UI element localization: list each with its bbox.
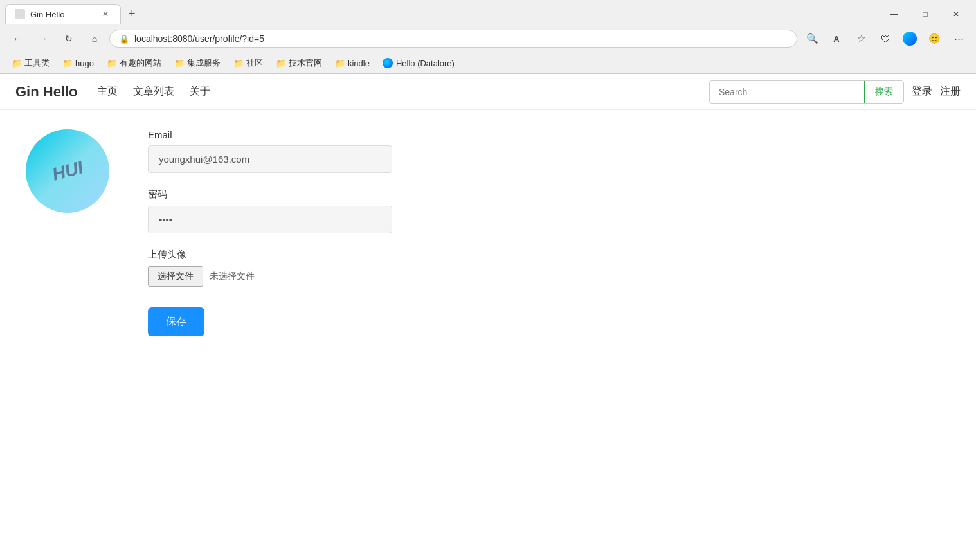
bookmark-label: 工具类 (24, 57, 50, 69)
bookmark-label: 有趣的网站 (120, 57, 161, 69)
upload-label: 上传头像 (148, 249, 469, 261)
bookmark-label: kindle (348, 59, 370, 68)
home-button[interactable]: ⌂ (84, 28, 105, 50)
bookmark-datalore[interactable]: Hello (Datalore) (377, 56, 460, 70)
profile-content: HUI Email 密码 上传头像 选择文件 未选择文件 保存 (0, 110, 976, 356)
lock-icon: 🔒 (119, 34, 129, 44)
profile-button[interactable] (899, 28, 921, 50)
email-group: Email (148, 129, 469, 173)
nav-home[interactable]: 主页 (97, 85, 118, 98)
search-input[interactable] (710, 82, 864, 102)
bookmark-folder-icon: 📁 (233, 59, 244, 68)
file-input-wrapper: 选择文件 未选择文件 (148, 266, 469, 287)
emoji-button[interactable]: 🙂 (923, 28, 945, 50)
search-box: 搜索 (709, 80, 904, 104)
bookmark-label: 社区 (246, 57, 263, 69)
search-button[interactable]: 搜索 (864, 81, 903, 103)
email-label: Email (148, 129, 469, 140)
password-input[interactable] (148, 206, 392, 233)
url-text: localhost:8080/user/profile/?id=5 (134, 33, 788, 44)
bookmark-label: 技术官网 (289, 57, 322, 69)
save-button[interactable]: 保存 (148, 307, 204, 336)
register-link[interactable]: 注册 (940, 85, 961, 98)
forward-button[interactable]: → (32, 28, 54, 50)
bookmarks-bar: 📁 工具类 📁 hugo 📁 有趣的网站 📁 集成服务 📁 社区 📁 技术官网 … (0, 53, 976, 73)
profile-form: Email 密码 上传头像 选择文件 未选择文件 保存 (148, 129, 469, 336)
window-controls: — □ ✕ (880, 5, 971, 24)
bookmark-label: 集成服务 (187, 57, 221, 69)
back-button[interactable]: ← (6, 28, 28, 50)
nav-articles[interactable]: 文章列表 (133, 85, 174, 98)
site-title: Gin Hello (15, 84, 78, 100)
bookmark-folder-icon: 📁 (276, 59, 286, 68)
bookmark-tech-official[interactable]: 📁 技术官网 (271, 55, 327, 71)
refresh-button[interactable]: ↻ (58, 28, 80, 50)
bookmark-integration[interactable]: 📁 集成服务 (169, 55, 226, 71)
main-nav: 主页 文章列表 关于 (97, 85, 210, 98)
browser-tab[interactable]: Gin Hello ✕ (5, 4, 121, 24)
datalore-icon (383, 58, 393, 68)
favorite-button[interactable]: ☆ (850, 28, 872, 50)
translate-button[interactable]: A (826, 28, 847, 50)
shield-button[interactable]: 🛡 (874, 28, 896, 50)
bookmark-kindle[interactable]: 📁 kindle (330, 57, 375, 70)
toolbar-icons: 🔍 A ☆ 🛡 🙂 ⋯ (801, 28, 970, 50)
bookmark-label: Hello (Datalore) (396, 59, 455, 68)
no-file-text: 未选择文件 (210, 271, 255, 282)
email-input[interactable] (148, 145, 392, 173)
avatar-text: HUI (50, 157, 86, 185)
navigation-bar: ← → ↻ ⌂ 🔒 localhost:8080/user/profile/?i… (0, 24, 976, 53)
choose-file-button[interactable]: 选择文件 (148, 266, 203, 287)
password-label: 密码 (148, 188, 469, 201)
bookmark-folder-icon: 📁 (12, 59, 22, 68)
tab-close-button[interactable]: ✕ (100, 8, 111, 20)
close-button[interactable]: ✕ (941, 5, 971, 24)
bookmark-folder-icon: 📁 (62, 59, 73, 68)
search-toolbar-button[interactable]: 🔍 (801, 28, 823, 50)
bookmark-label: hugo (75, 59, 94, 68)
bookmark-folder-icon: 📁 (107, 59, 117, 68)
password-group: 密码 (148, 188, 469, 233)
maximize-button[interactable]: □ (910, 5, 940, 24)
header-right: 搜索 登录 注册 (709, 80, 961, 104)
upload-group: 上传头像 选择文件 未选择文件 (148, 249, 469, 287)
tab-title: Gin Hello (30, 10, 95, 19)
more-button[interactable]: ⋯ (948, 28, 970, 50)
login-link[interactable]: 登录 (912, 85, 932, 98)
tab-favicon (15, 9, 25, 19)
bookmark-tools[interactable]: 📁 工具类 (6, 55, 55, 71)
bookmark-folder-icon: 📁 (174, 59, 185, 68)
nav-about[interactable]: 关于 (190, 85, 210, 98)
auth-links: 登录 注册 (912, 85, 961, 98)
address-bar[interactable]: 🔒 localhost:8080/user/profile/?id=5 (109, 30, 797, 48)
bookmark-hugo[interactable]: 📁 hugo (57, 57, 99, 70)
bookmark-community[interactable]: 📁 社区 (228, 55, 268, 71)
bookmark-folder-icon: 📁 (335, 59, 345, 68)
new-tab-button[interactable]: + (123, 5, 141, 23)
bookmark-interesting-sites[interactable]: 📁 有趣的网站 (102, 55, 167, 71)
avatar: HUI (26, 129, 109, 213)
page-header: Gin Hello 主页 文章列表 关于 搜索 登录 注册 (0, 74, 976, 110)
minimize-button[interactable]: — (880, 5, 909, 24)
avatar-section: HUI (26, 129, 109, 336)
